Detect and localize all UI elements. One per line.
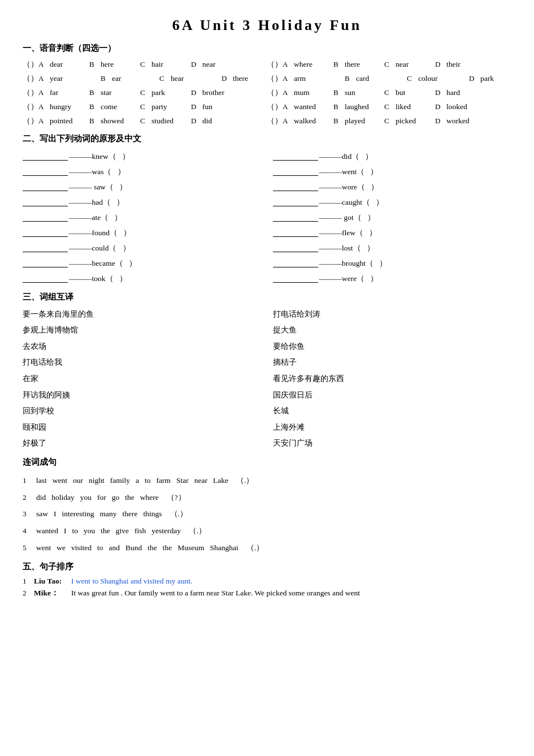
page-title: 6A Unit 3 Holiday Fun <box>23 17 511 34</box>
section4-title: 连词成句 <box>23 457 511 468</box>
paren-close: ） <box>31 58 36 71</box>
verb-row: ———lost（ ） <box>273 240 512 256</box>
phrase-item: 捉大鱼 <box>273 323 512 338</box>
sentence-row: 4 wanted I to you the give fish yesterda… <box>23 522 511 539</box>
phrase-item: 要一条来自海里的鱼 <box>23 307 262 322</box>
phrase-item: 颐和园 <box>23 420 262 435</box>
verb-row: ———wore（ ） <box>273 179 512 195</box>
reorder-item: 2 Mike： It was great fun . Our family we… <box>23 588 511 598</box>
sentence-row: 3 saw I interesting many there things （.… <box>23 506 511 522</box>
phonics-row: （ ） A walked B played C picked D worked <box>267 115 514 128</box>
phrase-item: 回到学校 <box>23 404 262 419</box>
phrase-item: 好极了 <box>23 436 262 451</box>
phonics-row: （ ） A arm B card C colour D park <box>267 72 514 85</box>
phonics-row: （ ） A year B ear C hear D there <box>23 72 267 85</box>
section5-title: 五、句子排序 <box>23 561 511 572</box>
verb-row: ———had（ ） <box>23 195 262 210</box>
verb-row: ——— got（ ） <box>273 210 512 225</box>
phonics-row: （ ） A dear B here C hair D near <box>23 58 267 71</box>
phrase-item: 要给你鱼 <box>273 339 512 355</box>
paren-open: （ <box>23 58 28 71</box>
section2-title: 二、写出下列动词的原形及中文 <box>23 133 511 144</box>
phrase-item: 打电话给我 <box>23 355 262 370</box>
sentence-section: 连词成句 1 last went our night family a to f… <box>23 457 511 556</box>
phonics-row: （ ） A wanted B laughed C liked D looked <box>267 101 514 114</box>
phrase-item: 去农场 <box>23 339 262 355</box>
verb-row: ———knew（ ） <box>23 149 262 164</box>
section1-title: 一、语音判断（四选一） <box>23 43 511 54</box>
verb-row: ———caught（ ） <box>273 195 512 210</box>
verb-section: ———knew（ ） ———was（ ） ——— saw（ ） ———had（ … <box>23 149 511 286</box>
phonics-row: （ ） A far B star C park D brother <box>23 87 267 100</box>
phrase-item: 上海外滩 <box>273 420 512 435</box>
reorder-item: 1 Liu Tao: I went to Shanghai and visite… <box>23 577 511 586</box>
phrase-item: 天安门广场 <box>273 436 512 451</box>
verb-row: ———ate（ ） <box>23 210 262 225</box>
phonics-row: （ ） A mum B sun C but D hard <box>267 87 514 100</box>
verb-row: ———was（ ） <box>23 164 262 179</box>
verb-row: ———flew（ ） <box>273 225 512 240</box>
verb-row: ——— saw（ ） <box>23 179 262 195</box>
phonics-row: （ ） A pointed B showed C studied D did <box>23 115 267 128</box>
phrase-section: 要一条来自海里的鱼 打电话给刘涛 参观上海博物馆 捉大鱼 去农场 要给你鱼 打电… <box>23 307 511 451</box>
verb-row: ———went（ ） <box>273 164 512 179</box>
phrase-item: 参观上海博物馆 <box>23 323 262 338</box>
phonics-row: （ ） A where B there C near D their <box>267 58 514 71</box>
verb-row: ———did（ ） <box>273 149 512 164</box>
phrase-item: 长城 <box>273 404 512 419</box>
verb-row: ———became（ ） <box>23 256 262 271</box>
verb-row: ———could（ ） <box>23 240 262 256</box>
section3-title: 三、词组互译 <box>23 292 511 303</box>
phrase-item: 国庆假日后 <box>273 388 512 403</box>
phrase-item: 看见许多有趣的东西 <box>273 371 512 387</box>
sentence-row: 1 last went our night family a to farm S… <box>23 472 511 489</box>
sentence-row: 2 did holiday you for go the where （?） <box>23 489 511 506</box>
phrase-item: 在家 <box>23 371 262 387</box>
verb-row: ———took（ ） <box>23 271 262 286</box>
sentence-row: 5 went we visited to and Bund the the Mu… <box>23 539 511 556</box>
verb-row: ———found（ ） <box>23 225 262 240</box>
phrase-item: 拜访我的阿姨 <box>23 388 262 403</box>
verb-row: ———were（ ） <box>273 271 512 286</box>
phonics-grid: （ ） A dear B here C hair D near （ ） A wh… <box>23 58 511 128</box>
phrase-item: 打电话给刘涛 <box>273 307 512 322</box>
phonics-row: （ ） A hungry B come C party D fun <box>23 101 267 114</box>
phrase-item: 摘桔子 <box>273 355 512 370</box>
reorder-section: 五、句子排序 1 Liu Tao: I went to Shanghai and… <box>23 561 511 598</box>
verb-row: ———brought（ ） <box>273 256 512 271</box>
